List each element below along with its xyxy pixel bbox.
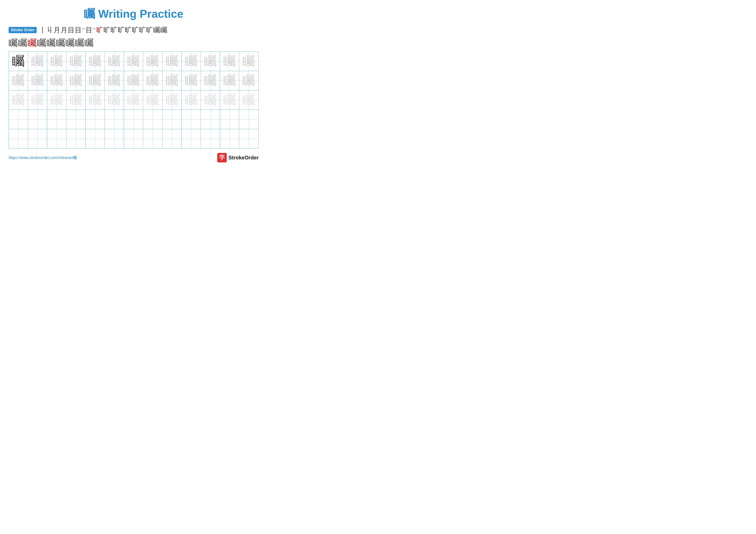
grid-cell[interactable]: 矚 bbox=[9, 90, 28, 110]
grid-cell[interactable]: 矚 bbox=[220, 52, 239, 71]
stroke-char-1: 丨 bbox=[39, 26, 46, 34]
grid-cell[interactable] bbox=[239, 129, 258, 148]
grid-cell[interactable] bbox=[182, 129, 201, 148]
footer-logo-text: StrokeOrder bbox=[229, 155, 258, 161]
grid-cell[interactable] bbox=[67, 110, 86, 129]
stroke-char-13: 旷 bbox=[132, 26, 139, 34]
grid-cell[interactable]: 矚 bbox=[105, 71, 124, 90]
grid-cell[interactable]: 矚 bbox=[182, 52, 201, 71]
footer: https://www.strokeorder.com/chinese/矚 字 … bbox=[9, 153, 258, 163]
grid-cell[interactable] bbox=[47, 129, 67, 148]
stroke-char-15: 旷 bbox=[146, 26, 153, 34]
grid-row-4[interactable] bbox=[9, 129, 258, 148]
grid-cell[interactable] bbox=[182, 110, 201, 129]
stroke-char-7: 目⁻ bbox=[86, 26, 96, 34]
grid-cell[interactable]: 矚 bbox=[47, 52, 67, 71]
grid-cell[interactable]: 矚 bbox=[220, 71, 239, 90]
grid-cell[interactable]: 矚 bbox=[182, 90, 201, 110]
grid-cell[interactable]: 矚 bbox=[124, 90, 143, 110]
stroke-char-r2-8: 矚 bbox=[75, 38, 84, 48]
grid-row-0[interactable]: 矚矚矚矚矚矚矚矚矚矚矚矚矚 bbox=[9, 52, 258, 71]
grid-row-1[interactable]: 矚矚矚矚矚矚矚矚矚矚矚矚矚 bbox=[9, 71, 258, 90]
grid-cell[interactable]: 矚 bbox=[86, 90, 105, 110]
stroke-order-section: Stroke Order 丨 丩 月 月 目 目⁻ 目⁻ 旷 旷 旷 旷 旷 旷… bbox=[9, 26, 258, 34]
stroke-char-4: 月 bbox=[61, 26, 68, 34]
stroke-char-16: 矚 bbox=[153, 26, 160, 34]
grid-row-3[interactable] bbox=[9, 110, 258, 129]
grid-cell[interactable] bbox=[105, 110, 124, 129]
footer-url[interactable]: https://www.strokeorder.com/chinese/矚 bbox=[9, 155, 77, 160]
grid-cell[interactable]: 矚 bbox=[105, 52, 124, 71]
grid-cell[interactable]: 矚 bbox=[201, 90, 220, 110]
grid-cell[interactable]: 矚 bbox=[28, 71, 47, 90]
grid-cell[interactable]: 矚 bbox=[28, 90, 47, 110]
grid-cell[interactable] bbox=[162, 110, 182, 129]
grid-cell[interactable] bbox=[86, 129, 105, 148]
stroke-char-14: 旷 bbox=[139, 26, 146, 34]
grid-cell[interactable] bbox=[201, 110, 220, 129]
stroke-order-badge: Stroke Order bbox=[9, 27, 37, 33]
grid-cell[interactable]: 矚 bbox=[124, 71, 143, 90]
grid-cell[interactable]: 矚 bbox=[201, 71, 220, 90]
grid-cell[interactable]: 矚 bbox=[143, 71, 162, 90]
grid-cell[interactable]: 矚 bbox=[220, 90, 239, 110]
stroke-char-r2-5: 矚 bbox=[46, 38, 56, 48]
grid-row-2[interactable]: 矚矚矚矚矚矚矚矚矚矚矚矚矚 bbox=[9, 90, 258, 110]
grid-cell[interactable]: 矚 bbox=[67, 52, 86, 71]
grid-cell[interactable] bbox=[28, 110, 47, 129]
grid-cell[interactable]: 矚 bbox=[9, 71, 28, 90]
grid-cell[interactable] bbox=[220, 110, 239, 129]
stroke-char-8: 旷 bbox=[96, 26, 103, 34]
grid-cell[interactable]: 矚 bbox=[28, 52, 47, 71]
grid-cell[interactable]: 矚 bbox=[201, 52, 220, 71]
grid-cell[interactable] bbox=[47, 110, 67, 129]
grid-cell[interactable] bbox=[220, 129, 239, 148]
grid-cell[interactable]: 矚 bbox=[143, 90, 162, 110]
grid-cell[interactable] bbox=[105, 129, 124, 148]
stroke-char-r2-3: 矚 bbox=[28, 38, 37, 48]
grid-cell[interactable] bbox=[143, 129, 162, 148]
footer-logo: 字 StrokeOrder bbox=[217, 153, 258, 163]
strokeorder-icon: 字 bbox=[217, 153, 227, 163]
grid-cell[interactable]: 矚 bbox=[182, 71, 201, 90]
grid-cell[interactable] bbox=[162, 129, 182, 148]
grid-cell[interactable]: 矚 bbox=[162, 52, 182, 71]
stroke-char-17: 矚 bbox=[160, 26, 167, 34]
stroke-char-10: 旷 bbox=[111, 26, 118, 34]
grid-cell[interactable]: 矚 bbox=[239, 71, 258, 90]
stroke-char-5: 目 bbox=[68, 26, 74, 34]
grid-cell[interactable]: 矚 bbox=[239, 52, 258, 71]
page-title: 矚 Writing Practice bbox=[9, 7, 258, 21]
grid-cell[interactable]: 矚 bbox=[162, 90, 182, 110]
grid-cell[interactable]: 矚 bbox=[124, 52, 143, 71]
writing-grid[interactable]: 矚矚矚矚矚矚矚矚矚矚矚矚矚矚矚矚矚矚矚矚矚矚矚矚矚矚矚矚矚矚矚矚矚矚矚矚矚矚矚 bbox=[9, 51, 258, 149]
grid-cell[interactable]: 矚 bbox=[47, 90, 67, 110]
grid-cell[interactable] bbox=[143, 110, 162, 129]
stroke-char-r2-4: 矚 bbox=[37, 38, 46, 48]
grid-cell[interactable] bbox=[67, 129, 86, 148]
stroke-char-6: 目⁻ bbox=[75, 26, 85, 34]
grid-cell[interactable]: 矚 bbox=[105, 90, 124, 110]
grid-cell[interactable]: 矚 bbox=[9, 52, 28, 71]
grid-cell[interactable]: 矚 bbox=[67, 90, 86, 110]
grid-cell[interactable] bbox=[124, 129, 143, 148]
stroke-char-9: 旷 bbox=[103, 26, 110, 34]
stroke-char-12: 旷 bbox=[125, 26, 132, 34]
grid-cell[interactable]: 矚 bbox=[162, 71, 182, 90]
stroke-char-r2-1: 矚 bbox=[9, 38, 18, 48]
grid-cell[interactable] bbox=[239, 110, 258, 129]
grid-cell[interactable] bbox=[124, 110, 143, 129]
grid-cell[interactable] bbox=[9, 110, 28, 129]
grid-cell[interactable]: 矚 bbox=[239, 90, 258, 110]
grid-cell[interactable]: 矚 bbox=[86, 52, 105, 71]
grid-cell[interactable]: 矚 bbox=[86, 71, 105, 90]
grid-cell[interactable] bbox=[28, 129, 47, 148]
grid-cell[interactable]: 矚 bbox=[67, 71, 86, 90]
stroke-char-11: 旷 bbox=[118, 26, 124, 34]
grid-cell[interactable]: 矚 bbox=[47, 71, 67, 90]
grid-cell[interactable] bbox=[86, 110, 105, 129]
grid-cell[interactable]: 矚 bbox=[143, 52, 162, 71]
grid-cell[interactable] bbox=[9, 129, 28, 148]
stroke-row1: 丨 丩 月 月 目 目⁻ 目⁻ 旷 旷 旷 旷 旷 旷 旷 旷 矚 矚 bbox=[39, 26, 167, 34]
grid-cell[interactable] bbox=[201, 129, 220, 148]
